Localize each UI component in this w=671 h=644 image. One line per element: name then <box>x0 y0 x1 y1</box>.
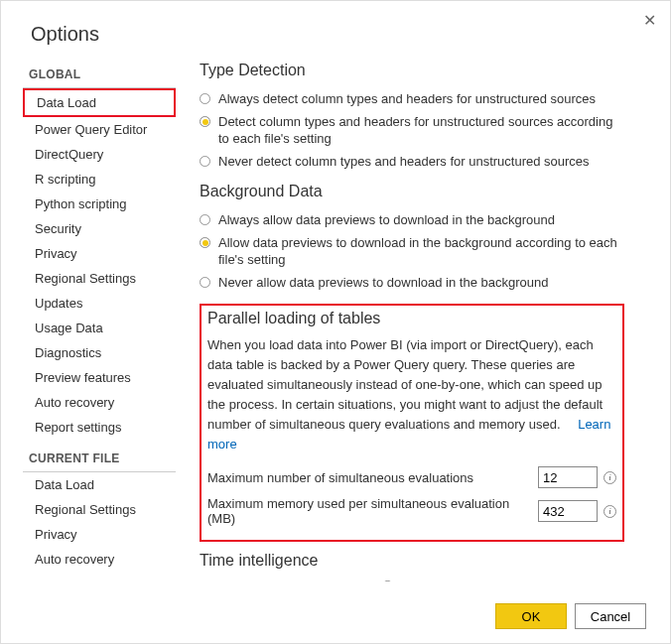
radio-icon <box>200 156 210 167</box>
radio-label: Never detect column types and headers fo… <box>218 153 590 170</box>
sidebar-item-cf-auto-recovery[interactable]: Auto recovery <box>23 547 176 572</box>
radio-icon <box>200 214 210 225</box>
sidebar-item-data-load[interactable]: Data Load <box>23 88 176 117</box>
radio-label: Always allow data previews to download i… <box>218 211 555 228</box>
sidebar-item-r-scripting[interactable]: R scripting <box>23 167 176 192</box>
info-icon[interactable]: i <box>604 471 616 484</box>
sidebar-item-privacy[interactable]: Privacy <box>23 241 176 266</box>
parallel-description: When you load data into Power BI (via im… <box>207 335 616 454</box>
radio-type-always[interactable]: Always detect column types and headers f… <box>200 87 624 110</box>
radio-label: Detect column types and headers for unst… <box>218 113 624 147</box>
checkbox-label: Auto date/time for new files <box>219 580 375 581</box>
sidebar-item-directquery[interactable]: DirectQuery <box>23 142 176 167</box>
sidebar-item-cf-data-load[interactable]: Data Load <box>23 472 176 497</box>
section-time-intel-head: Time intelligence <box>200 552 624 570</box>
section-type-detection-head: Type Detection <box>200 62 624 79</box>
radio-type-perfile[interactable]: Detect column types and headers for unst… <box>200 110 624 150</box>
sidebar-item-security[interactable]: Security <box>23 216 176 241</box>
content-area: Type Detection Always detect column type… <box>182 56 634 581</box>
learn-more-link[interactable]: Learn more <box>402 580 468 581</box>
parallel-desc-text: When you load data into Power BI (via im… <box>207 337 603 432</box>
sidebar-item-auto-recovery[interactable]: Auto recovery <box>23 390 176 415</box>
sidebar-item-report-settings[interactable]: Report settings <box>23 415 176 440</box>
parallel-loading-section: Parallel loading of tables When you load… <box>200 304 624 542</box>
radio-icon <box>200 277 210 288</box>
ok-button[interactable]: OK <box>495 603 567 629</box>
max-memory-label: Maximum memory used per simultaneous eva… <box>207 496 538 526</box>
radio-bg-always[interactable]: Always allow data previews to download i… <box>200 208 624 231</box>
section-parallel-head: Parallel loading of tables <box>207 310 616 327</box>
radio-bg-perfile[interactable]: Allow data previews to download in the b… <box>200 231 624 271</box>
sidebar-item-preview-features[interactable]: Preview features <box>23 365 176 390</box>
sidebar-head-global: GLOBAL <box>23 62 176 88</box>
sidebar-item-diagnostics[interactable]: Diagnostics <box>23 340 176 365</box>
sidebar-item-power-query-editor[interactable]: Power Query Editor <box>23 117 176 142</box>
radio-label: Allow data previews to download in the b… <box>218 234 624 268</box>
max-memory-input[interactable] <box>538 500 598 522</box>
sidebar-item-updates[interactable]: Updates <box>23 291 176 316</box>
max-evaluations-label: Maximum number of simultaneous evaluatio… <box>207 470 538 485</box>
dialog-title: Options <box>1 1 670 56</box>
radio-icon <box>200 93 210 104</box>
radio-icon <box>200 116 210 127</box>
sidebar-item-regional-settings[interactable]: Regional Settings <box>23 266 176 291</box>
sidebar-item-usage-data[interactable]: Usage Data <box>23 316 176 340</box>
max-evaluations-input[interactable] <box>538 466 598 488</box>
section-background-data-head: Background Data <box>200 183 624 200</box>
radio-label: Never allow data previews to download in… <box>218 274 548 291</box>
sidebar-item-cf-regional-settings[interactable]: Regional Settings <box>23 497 176 522</box>
dialog-footer: OK Cancel <box>495 603 646 629</box>
radio-type-never[interactable]: Never detect column types and headers fo… <box>200 150 624 173</box>
cancel-button[interactable]: Cancel <box>575 603 646 629</box>
info-icon[interactable]: i <box>604 505 616 518</box>
sidebar-head-current-file: CURRENT FILE <box>23 446 176 472</box>
radio-bg-never[interactable]: Never allow data previews to download in… <box>200 271 624 294</box>
sidebar-item-python-scripting[interactable]: Python scripting <box>23 192 176 216</box>
info-icon[interactable]: i <box>381 580 394 581</box>
close-icon[interactable]: ✕ <box>643 11 656 30</box>
radio-label: Always detect column types and headers f… <box>218 90 596 107</box>
sidebar-item-cf-privacy[interactable]: Privacy <box>23 522 176 547</box>
sidebar: GLOBAL Data Load Power Query Editor Dire… <box>23 56 182 581</box>
radio-icon <box>200 237 210 248</box>
auto-datetime-checkbox-row[interactable]: Auto date/time for new files i Learn mor… <box>200 578 624 581</box>
